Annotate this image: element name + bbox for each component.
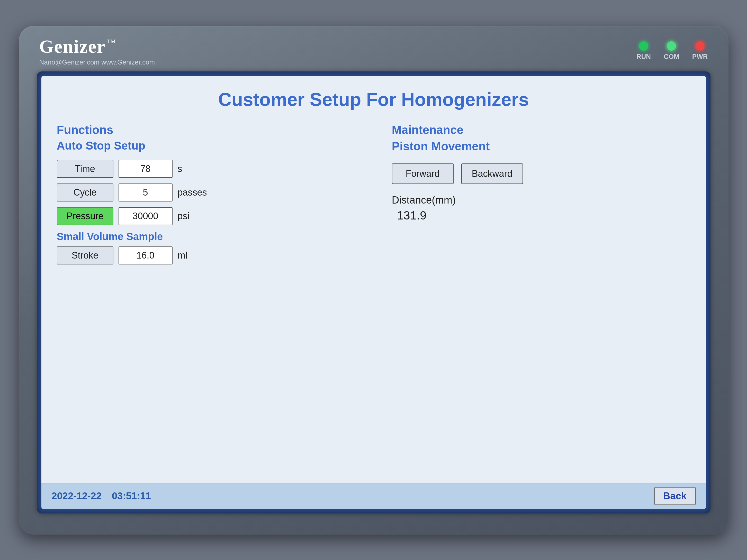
left-panel: Functions Auto Stop Setup Time 78 s Cycl… <box>57 123 371 478</box>
backward-button[interactable]: Backward <box>461 163 523 184</box>
pressure-label[interactable]: Pressure <box>57 207 113 225</box>
distance-value: 131.9 <box>397 208 427 222</box>
back-button[interactable]: Back <box>654 487 696 505</box>
pressure-unit: psi <box>178 211 189 221</box>
stroke-row: Stroke 16.0 ml <box>57 246 355 264</box>
com-indicator: COM <box>664 42 679 61</box>
logo-text: Genizer <box>40 36 106 57</box>
com-dot <box>667 42 676 51</box>
logo-area: Genizer TM Nano@Genizer.com www.Genizer.… <box>40 36 155 66</box>
pressure-value[interactable]: 30000 <box>119 207 173 225</box>
distance-label: Distance(mm) <box>392 194 456 206</box>
piston-movement-title: Piston Movement <box>392 139 690 153</box>
pressure-row: Pressure 30000 psi <box>57 207 355 225</box>
functions-title: Functions <box>57 123 355 137</box>
piston-buttons: Forward Backward <box>392 163 690 184</box>
distance-section: Distance(mm) 131.9 <box>392 194 690 222</box>
footer-datetime: 2022-12-22 03:51:11 <box>52 490 151 502</box>
page-title: Customer Setup For Homogenizers <box>57 84 690 115</box>
pwr-indicator: PWR <box>692 42 708 61</box>
run-dot <box>639 42 648 51</box>
stroke-value[interactable]: 16.0 <box>119 246 173 264</box>
run-indicator: RUN <box>637 42 651 61</box>
screen-outer: Customer Setup For Homogenizers Function… <box>37 72 711 513</box>
forward-button[interactable]: Forward <box>392 163 454 184</box>
com-label: COM <box>664 53 679 61</box>
screen-inner: Customer Setup For Homogenizers Function… <box>42 76 706 509</box>
time-value[interactable]: 78 <box>119 160 173 178</box>
screen-content: Customer Setup For Homogenizers Function… <box>42 76 706 483</box>
stroke-label[interactable]: Stroke <box>57 246 113 264</box>
time-row: Time 78 s <box>57 160 355 178</box>
time-unit: s <box>178 163 182 174</box>
right-panel: Maintenance Piston Movement Forward Back… <box>371 123 690 478</box>
pwr-dot <box>695 42 704 51</box>
stroke-unit: ml <box>178 250 187 261</box>
status-lights: RUN COM PWR <box>637 42 708 61</box>
pwr-label: PWR <box>692 53 708 61</box>
footer-time: 03:51:11 <box>112 490 151 502</box>
run-label: RUN <box>637 53 651 61</box>
cycle-unit: passes <box>178 187 207 198</box>
device-header: Genizer TM Nano@Genizer.com www.Genizer.… <box>34 33 713 72</box>
screen-footer: 2022-12-22 03:51:11 Back <box>42 483 706 509</box>
footer-date: 2022-12-22 <box>52 490 102 502</box>
screen-body: Functions Auto Stop Setup Time 78 s Cycl… <box>57 123 690 478</box>
time-label[interactable]: Time <box>57 160 113 178</box>
logo-tm: TM <box>106 38 116 45</box>
logo-subtitle: Nano@Genizer.com www.Genizer.com <box>40 58 155 66</box>
maintenance-title: Maintenance <box>392 123 690 137</box>
logo-title: Genizer TM <box>40 36 155 57</box>
auto-stop-title: Auto Stop Setup <box>57 139 355 152</box>
cycle-row: Cycle 5 passes <box>57 184 355 202</box>
small-volume-label: Small Volume Sample <box>57 231 355 242</box>
cycle-value[interactable]: 5 <box>119 184 173 202</box>
cycle-label[interactable]: Cycle <box>57 184 113 202</box>
device-frame: Genizer TM Nano@Genizer.com www.Genizer.… <box>19 26 728 535</box>
